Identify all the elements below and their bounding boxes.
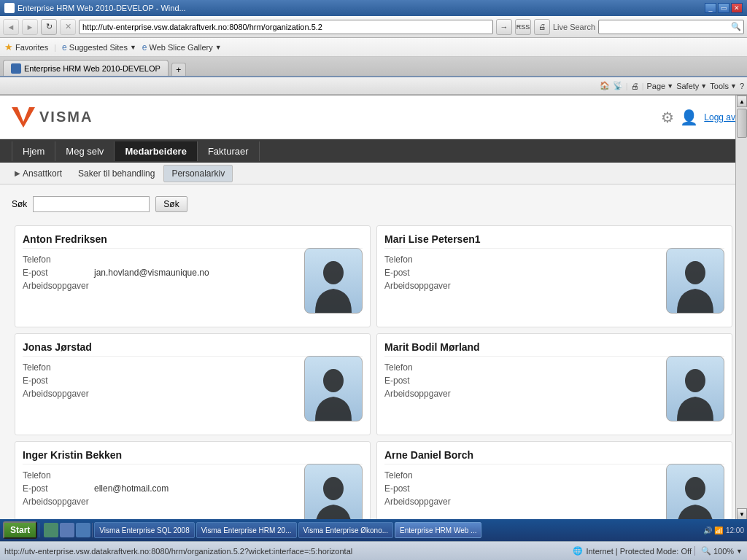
safety-dropdown-icon: ▼ bbox=[700, 82, 707, 90]
employee-card-0[interactable]: Anton Fredriksen Telefon E-post jan.hovl… bbox=[15, 225, 371, 327]
avatar-1 bbox=[666, 248, 724, 314]
nav-item-fakturaer[interactable]: Fakturaer bbox=[198, 141, 260, 161]
start-button[interactable]: Start bbox=[3, 521, 37, 539]
tab-label: Enterprise HRM Web 2010-DEVELOP bbox=[24, 64, 160, 73]
quick-launch-icon-1[interactable] bbox=[44, 523, 58, 537]
clock: 12:00 bbox=[726, 526, 744, 534]
zoom-icon: 🔍 bbox=[701, 546, 711, 556]
nav-item-hjem[interactable]: Hjem bbox=[12, 141, 55, 161]
dropdown-arrow-icon: ▼ bbox=[130, 44, 136, 51]
address-bar[interactable] bbox=[79, 20, 493, 34]
svg-point-1 bbox=[323, 261, 344, 284]
svg-point-6 bbox=[685, 477, 705, 500]
scrollbar[interactable]: ▲ ▼ bbox=[735, 96, 747, 520]
internet-icon: 🌐 bbox=[573, 546, 583, 556]
employee-name-5: Arne Daniel Borch bbox=[384, 449, 724, 464]
visma-v-icon bbox=[12, 107, 35, 128]
nav-item-meg-selv[interactable]: Meg selv bbox=[55, 141, 115, 161]
avatar-silhouette-0 bbox=[311, 258, 355, 313]
quick-launch-icon-2[interactable] bbox=[60, 523, 74, 537]
new-tab-button[interactable]: + bbox=[171, 63, 186, 76]
suggested-sites-button[interactable]: e Suggested Sites ▼ bbox=[62, 42, 136, 52]
minimize-button[interactable]: _ bbox=[705, 3, 716, 13]
employee-name-2: Jonas Jørstad bbox=[23, 341, 363, 357]
favorites-button[interactable]: ★ Favorites bbox=[4, 42, 48, 52]
tools-dropdown-icon: ▼ bbox=[730, 82, 737, 90]
print-button[interactable]: 🖨 bbox=[534, 19, 550, 35]
avatar-silhouette-4 bbox=[311, 474, 355, 520]
sub-nav-ansattkort[interactable]: ▶ Ansattkort bbox=[7, 166, 69, 182]
print-toolbar-button[interactable]: 🖨 bbox=[631, 82, 639, 90]
avatar-4 bbox=[304, 464, 363, 520]
status-zone: Internet | Protected Mode: Off bbox=[586, 547, 692, 556]
avatar-0 bbox=[304, 248, 363, 314]
home-toolbar-button[interactable]: 🏠 bbox=[600, 81, 610, 90]
zoom-dropdown-icon[interactable]: ▼ bbox=[736, 548, 743, 555]
app-header: VISMA ⚙ 👤 Logg av bbox=[0, 96, 747, 139]
content-area: Søk Søk Anton Fredriksen Telefon E-post bbox=[0, 184, 747, 520]
favorites-bar: ★ Favorites | e Suggested Sites ▼ e Web … bbox=[0, 38, 747, 57]
web-slice-gallery-button[interactable]: e Web Slice Gallery ▼ bbox=[142, 42, 222, 52]
title-bar: Enterprise HRM Web 2010-DEVELOP - Wind..… bbox=[0, 0, 747, 16]
nav-item-medarbeidere[interactable]: Medarbeidere bbox=[115, 141, 198, 161]
close-button[interactable]: ✕ bbox=[731, 3, 743, 13]
avatar-silhouette-5 bbox=[673, 474, 717, 520]
taskbar-item-0[interactable]: Visma Enterprise SQL 2008 bbox=[94, 522, 194, 538]
visma-brand-text: VISMA bbox=[39, 109, 93, 125]
search-button[interactable]: Søk bbox=[155, 196, 187, 212]
sub-nav-personalarkiv[interactable]: Personalarkiv bbox=[163, 165, 233, 182]
forward-button[interactable]: ► bbox=[22, 19, 38, 35]
employee-card-3[interactable]: Marit Bodil Mørland Telefon E-post Arbei… bbox=[376, 333, 732, 435]
scroll-down-button[interactable]: ▼ bbox=[737, 508, 747, 520]
tab-bar: Enterprise HRM Web 2010-DEVELOP + bbox=[0, 57, 747, 77]
search-input[interactable] bbox=[33, 196, 150, 212]
sub-nav-saker[interactable]: Saker til behandling bbox=[71, 166, 162, 182]
refresh-button[interactable]: ↻ bbox=[41, 19, 57, 35]
employee-card-2[interactable]: Jonas Jørstad Telefon E-post Arbeidsoppg… bbox=[15, 333, 371, 435]
svg-point-4 bbox=[685, 369, 705, 392]
taskbar-item-2[interactable]: Visma Enterprise Økono... bbox=[298, 522, 394, 538]
employee-card-1[interactable]: Mari Lise Petersen1 Telefon E-post Arbei… bbox=[376, 225, 732, 327]
header-right: ⚙ 👤 Logg av bbox=[661, 109, 735, 126]
page-dropdown-icon: ▼ bbox=[667, 82, 673, 90]
safety-button[interactable]: Safety ▼ bbox=[676, 82, 707, 90]
taskbar-separator bbox=[39, 523, 39, 537]
back-button[interactable]: ◄ bbox=[3, 19, 19, 35]
settings-icon[interactable]: ⚙ bbox=[661, 109, 674, 126]
rss-button[interactable]: RSS bbox=[515, 19, 531, 35]
go-button[interactable]: → bbox=[496, 19, 512, 35]
svg-point-3 bbox=[323, 369, 344, 392]
scroll-thumb[interactable] bbox=[737, 109, 747, 138]
employee-card-4[interactable]: Inger Kristin Bekken Telefon E-post elle… bbox=[15, 441, 371, 520]
search-box-container: 🔍 bbox=[598, 20, 744, 34]
help-button[interactable]: ? bbox=[740, 82, 744, 90]
search-icon-button[interactable]: 🔍 bbox=[729, 20, 743, 34]
browser-tab[interactable]: Enterprise HRM Web 2010-DEVELOP bbox=[3, 60, 169, 76]
user-icon[interactable]: 👤 bbox=[680, 109, 698, 126]
status-bar: http://utv-enterprise.vsw.datakraftverk.… bbox=[0, 541, 747, 560]
svg-marker-0 bbox=[12, 107, 35, 128]
stop-button[interactable]: ✕ bbox=[60, 19, 76, 35]
window-title: Enterprise HRM Web 2010-DEVELOP - Wind..… bbox=[18, 4, 186, 12]
quick-launch-icon-3[interactable] bbox=[76, 523, 90, 537]
search-row: Søk Søk bbox=[12, 196, 735, 212]
employee-name-1: Mari Lise Petersen1 bbox=[384, 233, 724, 249]
visma-logo: VISMA bbox=[12, 107, 93, 128]
taskbar-item-1[interactable]: Visma Enterprise HRM 20... bbox=[196, 522, 297, 538]
search-box-input[interactable] bbox=[599, 22, 729, 32]
rss-toolbar-button[interactable]: 📡 bbox=[613, 81, 623, 90]
taskbar-item-3[interactable]: Enterprise HRM Web ... bbox=[395, 522, 481, 538]
logg-av-button[interactable]: Logg av bbox=[704, 112, 735, 122]
taskbar-right: 🔊 📶 12:00 bbox=[703, 526, 744, 534]
page-button[interactable]: Page ▼ bbox=[647, 82, 674, 90]
employee-card-5[interactable]: Arne Daniel Borch Telefon E-post Arbeids… bbox=[376, 441, 732, 520]
restore-button[interactable]: ▭ bbox=[718, 3, 729, 13]
avatar-3 bbox=[666, 356, 724, 421]
scroll-up-button[interactable]: ▲ bbox=[737, 96, 747, 107]
tools-button[interactable]: Tools ▼ bbox=[710, 82, 737, 90]
employee-grid: Anton Fredriksen Telefon E-post jan.hovl… bbox=[12, 222, 735, 520]
ie-icon: e bbox=[62, 42, 67, 52]
live-search-label: Live Search bbox=[553, 23, 595, 31]
employee-name-4: Inger Kristin Bekken bbox=[23, 449, 363, 464]
toolbar-bar: 🏠 📡 | 🖨 | Page ▼ Safety ▼ Tools ▼ ? bbox=[0, 77, 747, 95]
